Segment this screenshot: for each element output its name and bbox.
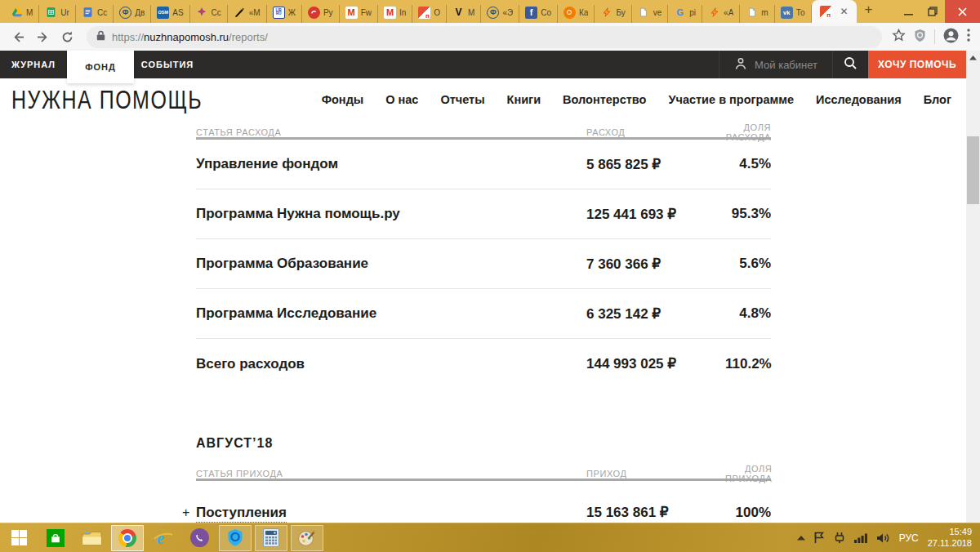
power-plug-icon[interactable]	[834, 532, 845, 544]
expense-row: Всего расходов144 993 025 ₽110.2%	[196, 339, 771, 389]
minimize-button[interactable]	[896, 0, 920, 23]
nav-item[interactable]: Исследования	[816, 93, 902, 106]
browser-tab-2[interactable]: Cс	[76, 5, 114, 23]
tray-expand-icon[interactable]	[797, 536, 805, 541]
page-scrollbar[interactable]	[966, 51, 980, 523]
toolbar-right	[892, 28, 972, 47]
browser-tab-6[interactable]: «М	[228, 5, 267, 23]
v-letter-favicon: V	[452, 7, 465, 19]
income-link[interactable]: Поступления	[196, 505, 287, 523]
income-table-header: СТАТЬЯ ПРИХОДА ПРИХОД ДОЛЯ ПРИХОДА	[196, 464, 771, 479]
browser-tab-4[interactable]: OSMAS	[151, 5, 189, 23]
nav-item[interactable]: Блог	[924, 93, 951, 106]
site-tab-события[interactable]: СОБЫТИЯ	[134, 51, 201, 78]
top-bar-right: Мой кабинет ХОЧУ ПОМОЧЬ	[719, 51, 966, 78]
browser-tab-16[interactable]: Бу	[595, 5, 631, 23]
clock[interactable]: 15:49 27.11.2018	[928, 527, 972, 550]
tab-close-icon[interactable]: ✕	[840, 7, 849, 16]
expense-amount: 144 993 025 ₽	[586, 355, 725, 372]
browser-tab-19[interactable]: «А	[702, 5, 740, 23]
bookmark-star-icon[interactable]	[892, 29, 906, 46]
browser-tab-3[interactable]: ФДв	[114, 5, 151, 23]
action-center-flag-icon[interactable]	[814, 532, 825, 544]
nav-item[interactable]: О нас	[385, 93, 418, 106]
sheets-favicon	[45, 7, 57, 19]
expense-table-header: СТАТЬЯ РАСХОДА РАСХОД ДОЛЯ РАСХОДА	[196, 122, 771, 137]
file-explorer-icon[interactable]	[75, 525, 108, 551]
account-button[interactable]: Мой кабинет	[719, 51, 832, 78]
browser-tab-15[interactable]: Ка	[558, 5, 595, 23]
browser-tab-1[interactable]: Ur	[39, 5, 76, 23]
vk-favicon: vk	[781, 7, 793, 19]
chrome-icon[interactable]	[111, 525, 144, 551]
nav-item[interactable]: Книги	[507, 93, 541, 106]
internet-explorer-icon[interactable]: e	[147, 525, 180, 551]
extension-shield-icon[interactable]	[914, 29, 926, 46]
start-button[interactable]	[0, 523, 38, 552]
browser-tab-9[interactable]: MFw	[340, 5, 378, 23]
tab-title: pi	[689, 8, 696, 17]
browser-tab-14[interactable]: fCо	[519, 5, 558, 23]
new-tab-button[interactable]: +	[857, 2, 883, 21]
tab-title: Бу	[616, 8, 625, 17]
close-button[interactable]	[945, 0, 980, 23]
tab-title: О	[434, 8, 440, 17]
nav-item[interactable]: Волонтерство	[563, 93, 646, 106]
site-tab-журнал[interactable]: ЖУРНАЛ	[0, 51, 67, 78]
browser-tab-20[interactable]: m	[740, 5, 774, 23]
browser-tab-17[interactable]: ve	[632, 5, 669, 23]
browser-tab-21[interactable]: vkТо	[775, 5, 812, 23]
calculator-icon[interactable]	[255, 525, 287, 551]
nav-item[interactable]: Фонды	[322, 93, 364, 106]
network-signal-icon[interactable]	[854, 532, 867, 543]
tab-title: Cс	[97, 8, 107, 17]
gmail-favicon: M	[345, 7, 358, 19]
address-bar[interactable]: https://nuzhnapomosh.ru/reports/	[87, 26, 882, 48]
hotspot-shield-icon[interactable]	[219, 525, 252, 551]
site-tab-фонд[interactable]: ФОНД	[67, 51, 134, 83]
browser-tab-13[interactable]: Ф«Э	[481, 5, 519, 23]
browser-tab-8[interactable]: Ру	[302, 5, 340, 23]
tab-title: AS	[172, 8, 183, 17]
drive-favicon	[11, 7, 23, 19]
nav-item[interactable]: Отчеты	[440, 93, 484, 106]
volume-icon[interactable]	[876, 532, 890, 544]
viber-icon[interactable]	[183, 525, 216, 551]
expense-row: Программа Нужна помощь.ру125 441 693 ₽95…	[196, 189, 771, 239]
expense-rows: Управление фондом5 865 825 ₽4.5%Программ…	[196, 140, 771, 389]
site-top-bar: ЖУРНАЛФОНДСОБЫТИЯ Мой кабинет ХОЧУ ПОМОЧ…	[0, 51, 966, 78]
browser-menu-icon[interactable]	[967, 29, 970, 45]
circled-f-favicon: Ф	[119, 7, 131, 19]
scrollbar-thumb[interactable]	[967, 136, 979, 204]
active-tab[interactable]: п✕	[812, 0, 857, 23]
browser-tab-18[interactable]: Gpi	[668, 5, 702, 23]
restore-button[interactable]	[920, 0, 945, 23]
reload-icon[interactable]	[57, 27, 77, 47]
expense-name: Программа Образование	[196, 256, 586, 272]
income-amount: 15 163 861 ₽	[586, 504, 725, 521]
windows-store-icon[interactable]	[39, 525, 72, 551]
browser-tab-5[interactable]: Cс	[190, 5, 228, 23]
toolbar-divider	[934, 29, 935, 44]
site-search-button[interactable]	[832, 51, 868, 78]
browser-tab-12[interactable]: VM	[447, 5, 481, 23]
expense-share: 5.6%	[725, 256, 771, 272]
profile-avatar-icon[interactable]	[943, 28, 959, 47]
browser-tab-0[interactable]: M	[5, 5, 39, 23]
browser-tab-10[interactable]: MIn	[378, 5, 412, 23]
site-logo[interactable]: НУЖНА ПОМОЩЬ	[11, 85, 203, 114]
browser-tab-11[interactable]: пО	[412, 5, 447, 23]
language-indicator[interactable]: РУС	[899, 532, 919, 544]
back-icon[interactable]	[8, 27, 28, 47]
income-share: 100%	[725, 505, 771, 521]
nav-item[interactable]: Участие в программе	[668, 93, 794, 106]
scroll-up-arrow[interactable]	[966, 53, 980, 63]
donate-cta-button[interactable]: ХОЧУ ПОМОЧЬ	[868, 51, 966, 78]
expand-plus-icon[interactable]: +	[182, 505, 189, 520]
expense-share: 95.3%	[725, 206, 771, 222]
forward-icon[interactable]	[33, 27, 52, 47]
browser-tab-7[interactable]: LIB RUЖ	[267, 5, 302, 23]
tab-title: Ж	[288, 8, 296, 17]
paint-icon[interactable]	[291, 525, 323, 551]
system-tray: РУС 15:49 27.11.2018	[797, 527, 980, 550]
